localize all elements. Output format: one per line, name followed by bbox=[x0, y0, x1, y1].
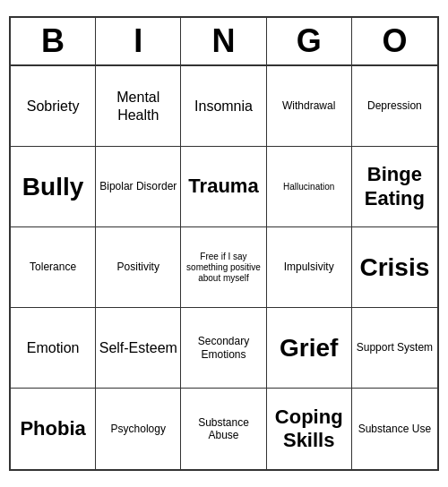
bingo-grid: SobrietyMental HealthInsomniaWithdrawalD… bbox=[11, 66, 437, 469]
bingo-cell-21[interactable]: Psychology bbox=[96, 389, 181, 469]
bingo-cell-3[interactable]: Withdrawal bbox=[267, 66, 352, 147]
bingo-cell-12[interactable]: Free if I say something positive about m… bbox=[181, 227, 266, 308]
bingo-cell-18[interactable]: Grief bbox=[267, 308, 352, 389]
header-letter-o: O bbox=[352, 18, 437, 64]
header-letter-g: G bbox=[267, 18, 352, 64]
bingo-cell-23[interactable]: Coping Skills bbox=[267, 389, 352, 469]
bingo-cell-5[interactable]: Bully bbox=[11, 147, 96, 227]
bingo-cell-0[interactable]: Sobriety bbox=[11, 66, 96, 147]
bingo-cell-14[interactable]: Crisis bbox=[352, 227, 437, 308]
bingo-cell-11[interactable]: Positivity bbox=[96, 227, 181, 308]
bingo-cell-8[interactable]: Hallucination bbox=[267, 147, 352, 227]
bingo-cell-2[interactable]: Insomnia bbox=[181, 66, 266, 147]
bingo-cell-13[interactable]: Impulsivity bbox=[267, 227, 352, 308]
bingo-cell-6[interactable]: Bipolar Disorder bbox=[96, 147, 181, 227]
bingo-cell-16[interactable]: Self-Esteem bbox=[96, 308, 181, 389]
bingo-cell-20[interactable]: Phobia bbox=[11, 389, 96, 469]
bingo-cell-4[interactable]: Depression bbox=[352, 66, 437, 147]
header-letter-i: I bbox=[96, 18, 181, 64]
bingo-cell-17[interactable]: Secondary Emotions bbox=[181, 308, 266, 389]
bingo-cell-22[interactable]: Substance Abuse bbox=[181, 389, 266, 469]
bingo-cell-7[interactable]: Trauma bbox=[181, 147, 266, 227]
bingo-cell-19[interactable]: Support System bbox=[352, 308, 437, 389]
bingo-cell-1[interactable]: Mental Health bbox=[96, 66, 181, 147]
bingo-card: BINGO SobrietyMental HealthInsomniaWithd… bbox=[9, 16, 439, 471]
bingo-header: BINGO bbox=[11, 18, 437, 66]
bingo-cell-24[interactable]: Substance Use bbox=[352, 389, 437, 469]
bingo-cell-15[interactable]: Emotion bbox=[11, 308, 96, 389]
bingo-cell-10[interactable]: Tolerance bbox=[11, 227, 96, 308]
bingo-cell-9[interactable]: Binge Eating bbox=[352, 147, 437, 227]
header-letter-b: B bbox=[11, 18, 96, 64]
header-letter-n: N bbox=[181, 18, 266, 64]
